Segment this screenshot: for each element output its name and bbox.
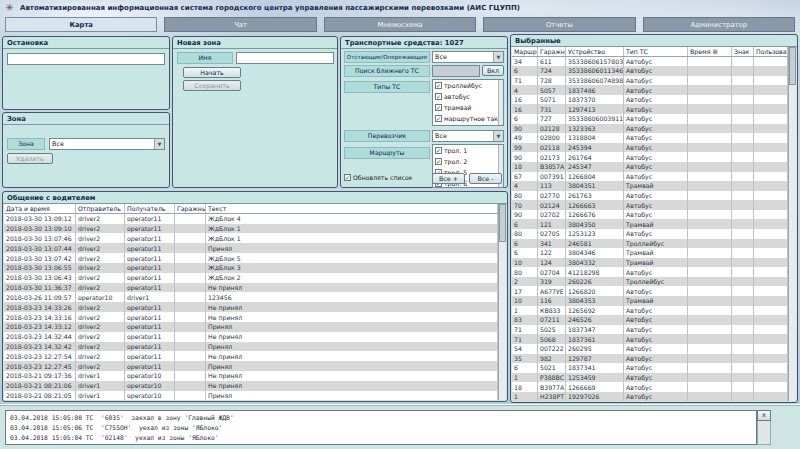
vehicle-row[interactable]: 9002173261764Автобус [512,152,788,162]
event-log-text[interactable]: 03.04.2018 15:05:08 ТС '6035' заехал в з… [5,410,757,445]
vehicle-row[interactable]: 90021281323363Автобус [512,124,788,134]
vehicle-row[interactable]: 9902118245394Автобус [512,143,788,153]
chat-row[interactable]: 2018-03-23 12:27:45driver2operator11Прин… [4,361,498,371]
chat-row[interactable]: 2018-03-30 13:09:10driver2operator11ЖдБл… [4,224,498,234]
chat-row[interactable]: 2018-03-23 14:33:12driver2operator11Прин… [4,322,498,332]
close-icon[interactable]: x [757,410,771,421]
vehicle-row[interactable]: 49028001318804Автобус [512,133,788,143]
new-zone-name-input[interactable] [236,52,334,64]
vehicle-row[interactable]: 41133804351Трамвай [512,181,788,191]
vehicle-row[interactable]: 61213804350Трамвай [512,219,788,229]
vehicle-row[interactable]: 2319260226Троллейбус [512,277,788,287]
carrier-select[interactable]: Все ▼ [432,130,504,142]
tab-reports[interactable]: Отчеты [483,17,635,32]
chat-row[interactable]: 2018-03-23 14:32:42driver2operator11Прин… [4,342,498,352]
vehicle-row[interactable]: 1Н238РТ19297026Автобус [512,392,788,401]
new-zone-save-button[interactable]: Сохранить [183,80,241,91]
vehicle-row[interactable]: 17А677УЕ1266820Автобус [512,286,788,296]
vehicle-row[interactable]: 450571837486Автобус [512,85,788,95]
vehicle-row[interactable]: 90027021266676Автобус [512,210,788,220]
vehicle-row[interactable]: 35982129787Автобус [512,354,788,364]
vehicle-row[interactable]: 6724353386060113467Автобус [512,66,788,76]
chat-row[interactable]: 2018-03-23 12:27:54driver2operator11Не п… [4,351,498,361]
nearest-search-input[interactable] [432,65,480,77]
vehicle-row[interactable]: 7150681837361Автобус [512,334,788,344]
selected-vehicles-table[interactable]: МаршрутГаражныйУстройствоТип ТСВремя▦Зна… [512,47,788,401]
vehicle-row[interactable]: 54007222260295Автобус [512,344,788,354]
tab-chat[interactable]: Чат [164,17,316,32]
vehicle-types-scrollbar[interactable] [498,80,503,125]
vehicle-row[interactable]: 80027051253123Автобус [512,229,788,239]
chat-row[interactable]: 2018-03-23 14:33:26driver2operator11Не п… [4,302,498,312]
selected-vehicles-scrollbar[interactable] [788,47,796,401]
deselect-all-button[interactable]: Все - [469,173,502,184]
refresh-list-checkbox[interactable]: ✓ [344,174,351,181]
chat-row[interactable]: 2018-03-21 09:17:36driver1operator10Не п… [4,371,498,381]
vehicle-row[interactable]: 6727353386060039118Автобус [512,114,788,124]
route-item[interactable]: ✓трол. 1 [433,145,503,156]
vehicle-row[interactable]: 1650711837370Автобус [512,95,788,105]
chat-row[interactable]: 2018-03-23 14:33:16driver2operator11Не п… [4,312,498,322]
chat-row[interactable]: 2018-03-30 13:09:12driver2operator11ЖдБл… [4,214,498,224]
chat-row[interactable]: 2018-03-21 08:21:05driver1operator10Прин… [4,391,498,400]
chat-row[interactable]: 2018-03-30 13:06:55driver2operator11ЖдБл… [4,263,498,273]
chat-row[interactable]: 2018-03-26 11:09:57operator10driver11234… [4,292,498,302]
driver-chat-table[interactable]: Дата и времяОтправительПолучательГаражны… [4,204,498,400]
driver-chat-scrollbar[interactable] [498,204,506,400]
tab-administrator[interactable]: Администратор [643,17,795,32]
chat-row[interactable]: 2018-03-21 08:21:06driver1operator10Не п… [4,381,498,391]
vehicle-type-checkbox[interactable]: ✓ [435,104,442,111]
refresh-list-toggle[interactable]: ✓ Обновлять список [344,174,412,181]
vehicle-row[interactable]: 101243804332Трамвай [512,258,788,268]
vehicle-type-item[interactable]: ✓автобус [433,91,503,102]
vehicle-row[interactable]: 800270441218298Автобус [512,267,788,277]
vehicle-row[interactable]: 18В3857А245347Автобус [512,162,788,172]
vehicle-row[interactable]: 71728353386060748981Автобус [512,76,788,86]
vehicle-row[interactable]: 34611353386061578031Автобус [512,57,788,67]
vehicle-row[interactable]: 61223804346Трамвай [512,248,788,258]
vehicle-row[interactable]: 18В3977А1266669Автобус [512,382,788,392]
chat-row[interactable]: 2018-03-30 13:07:46driver2operator11ЖдБл… [4,233,498,243]
vehicle-row[interactable]: 101163804353Трамвай [512,296,788,306]
vehicle-types-list[interactable]: ✓троллейбус✓автобус✓трамвай✓маршрутное т… [432,79,504,126]
vehicle-type-item[interactable]: ✓трамвай [433,102,503,113]
tab-mnemoscheme[interactable]: Мнемосхема [324,17,476,32]
nearest-search-on-button[interactable]: Вкл [482,65,504,76]
vehicle-row[interactable]: 6341246581Троллейбус [512,239,788,249]
vehicle-type-item[interactable]: ✓маршрутное такси [433,113,503,124]
scrollbar-thumb[interactable] [789,47,796,85]
chat-row[interactable]: 2018-03-30 13:06:43driver2operator11ЖдБл… [4,273,498,283]
route-checkbox[interactable]: ✓ [435,158,442,165]
new-zone-start-button[interactable]: Начать [183,67,241,78]
chat-row[interactable]: 2018-03-30 11:36:37driver2operator11Не п… [4,283,498,293]
vehicle-row[interactable]: 8307211246526Автобус [512,315,788,325]
select-all-button[interactable]: Все + [432,173,465,184]
route-item[interactable]: ✓трол. 2 [433,156,503,167]
chevron-down-icon[interactable]: ▼ [493,52,503,62]
vehicle-type-checkbox[interactable]: ✓ [435,82,442,89]
vehicle-row[interactable]: 167311297413Автобус [512,104,788,114]
vehicle-row[interactable]: 1КВ8331265692Автобус [512,306,788,316]
route-checkbox[interactable]: ✓ [435,147,442,154]
lagging-select[interactable]: Все ▼ [432,51,504,63]
vehicle-type-checkbox[interactable]: ✓ [435,115,442,122]
vehicle-row[interactable]: 670073911266804Автобус [512,172,788,182]
vehicle-row[interactable]: 70021241266663Автобус [512,200,788,210]
chevron-down-icon[interactable]: ▼ [154,139,164,149]
chat-row[interactable]: 2018-03-23 14:32:44driver2operator11Не п… [4,332,498,342]
vehicle-row[interactable]: 1Р388ВС1253459Автобус [512,373,788,383]
zone-delete-button[interactable]: Удалить [7,153,53,164]
vehicle-type-checkbox[interactable]: ✓ [435,93,442,100]
vehicle-row[interactable]: 7150251837347Автобус [512,325,788,335]
vehicle-type-item[interactable]: ✓троллейбус [433,80,503,91]
chat-row[interactable]: 2018-03-30 13:07:42driver2operator11ЖдБл… [4,253,498,263]
chat-row[interactable]: 2018-03-30 13:07:44driver2operator11Прин… [4,243,498,253]
chevron-down-icon[interactable]: ▼ [493,131,503,141]
vehicle-row[interactable]: 650211837341Автобус [512,363,788,373]
scrollbar-thumb[interactable] [499,204,506,242]
zone-select[interactable]: Все ▼ [49,138,165,150]
vehicle-row[interactable]: 8002770261763Автобус [512,191,788,201]
chat-cell: 2018-03-30 13:06:43 [4,273,76,283]
tab-map[interactable]: Карта [5,17,157,32]
stop-search-input[interactable] [7,53,165,65]
